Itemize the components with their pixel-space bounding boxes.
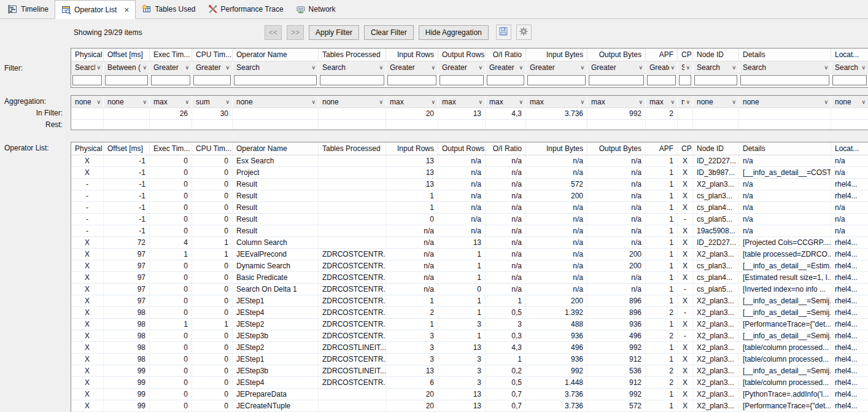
cell: n/a bbox=[486, 225, 526, 237]
filter-operator-select[interactable]: Greater∨ bbox=[192, 61, 233, 74]
filter-input[interactable] bbox=[487, 75, 524, 85]
column-header[interactable]: Physical bbox=[71, 142, 104, 155]
aggregation-select[interactable]: none∨ bbox=[831, 96, 868, 108]
filter-operator-select[interactable]: Search∨ bbox=[739, 61, 831, 74]
filter-operator-select[interactable]: Search∨ bbox=[233, 61, 319, 74]
filter-input-cell bbox=[438, 74, 486, 87]
next-page-button[interactable]: >> bbox=[287, 25, 304, 40]
cell: JEStep2 bbox=[233, 319, 319, 330]
aggregation-select[interactable]: max∨ bbox=[526, 96, 587, 108]
column-header[interactable]: Tables Processed bbox=[319, 142, 386, 155]
filter-column-header[interactable]: Physical bbox=[71, 49, 104, 61]
filter-operator-select[interactable]: Greater∨ bbox=[486, 61, 526, 74]
aggregation-select[interactable]: none∨ bbox=[319, 96, 386, 108]
filter-input[interactable] bbox=[72, 75, 102, 85]
aggregation-select[interactable]: none∨ bbox=[739, 96, 831, 108]
filter-operator-select[interactable]: Greater∨ bbox=[386, 61, 438, 74]
aggregation-select[interactable]: max∨ bbox=[438, 96, 486, 108]
filter-input[interactable] bbox=[234, 75, 317, 85]
column-header[interactable]: APF bbox=[646, 142, 678, 155]
column-header[interactable]: O/I Ratio bbox=[486, 142, 526, 155]
save-button[interactable] bbox=[496, 25, 511, 40]
filter-column-header[interactable]: Locat... bbox=[831, 49, 868, 61]
filter-input[interactable] bbox=[105, 75, 148, 85]
filter-operator-select[interactable]: Search∨ bbox=[71, 61, 104, 74]
column-header[interactable]: CP bbox=[678, 142, 693, 155]
filter-column-header[interactable]: Exec Tim... bbox=[150, 49, 192, 61]
filter-column-header[interactable]: Offset [ms] bbox=[104, 49, 150, 61]
filter-input[interactable] bbox=[832, 75, 867, 85]
filter-column-header[interactable]: O/I Ratio bbox=[486, 49, 526, 61]
column-header[interactable]: Node ID bbox=[693, 142, 739, 155]
filter-input[interactable] bbox=[647, 75, 676, 85]
filter-input[interactable] bbox=[193, 75, 231, 85]
filter-column-header[interactable]: CPU Tim... bbox=[192, 49, 233, 61]
filter-column-header[interactable]: Output Rows bbox=[438, 49, 486, 61]
apply-filter-button[interactable]: Apply Filter bbox=[309, 25, 359, 40]
column-header[interactable]: Output Bytes bbox=[587, 142, 646, 155]
filter-input[interactable] bbox=[679, 75, 691, 85]
filter-column-header[interactable]: Input Rows bbox=[386, 49, 438, 61]
filter-column-header[interactable]: Operator Name bbox=[233, 49, 319, 61]
column-header[interactable]: Input Bytes bbox=[526, 142, 587, 155]
filter-column-header[interactable]: Node ID bbox=[693, 49, 739, 61]
aggregation-select[interactable]: max∨ bbox=[646, 96, 678, 108]
filter-input[interactable] bbox=[589, 75, 644, 85]
aggregation-select[interactable]: max∨ bbox=[386, 96, 438, 108]
cell: 1 bbox=[386, 295, 438, 307]
close-icon[interactable]: × bbox=[124, 6, 129, 14]
previous-page-button[interactable]: << bbox=[265, 25, 282, 40]
filter-operator-select[interactable]: Greater∨ bbox=[438, 61, 486, 74]
aggregation-select[interactable]: none∨ bbox=[678, 96, 693, 108]
aggregation-select[interactable]: max∨ bbox=[486, 96, 526, 108]
filter-input[interactable] bbox=[387, 75, 436, 85]
settings-button[interactable] bbox=[516, 25, 532, 40]
aggregation-select-label: max bbox=[153, 98, 184, 106]
cell: 1 bbox=[646, 354, 678, 365]
tab-operator-list[interactable]: Operator List × bbox=[55, 0, 136, 19]
filter-column-header[interactable]: Details bbox=[739, 49, 831, 61]
column-header[interactable]: Details bbox=[739, 142, 831, 155]
filter-operator-select[interactable]: Greater∨ bbox=[646, 61, 678, 74]
aggregation-select[interactable]: max∨ bbox=[587, 96, 646, 108]
column-header[interactable]: Offset [ms] bbox=[104, 142, 150, 155]
operator-list-table: PhysicalOffset [ms]Exec Tim...CPU Tim...… bbox=[71, 142, 868, 412]
tab-performance-trace[interactable]: Performance Trace bbox=[202, 0, 290, 18]
filter-operator-select[interactable]: Greater∨ bbox=[526, 61, 587, 74]
tab-tables-used[interactable]: Tables Used bbox=[136, 0, 201, 18]
filter-column-header[interactable]: APF bbox=[646, 49, 678, 61]
filter-column-header[interactable]: CP bbox=[678, 49, 693, 61]
tab-network[interactable]: Network bbox=[290, 0, 342, 18]
filter-input[interactable] bbox=[740, 75, 829, 85]
filter-input[interactable] bbox=[320, 75, 384, 85]
filter-operator-select[interactable]: Search∨ bbox=[678, 61, 693, 74]
aggregation-select[interactable]: none∨ bbox=[693, 96, 739, 108]
column-header[interactable]: Output Rows bbox=[438, 142, 486, 155]
aggregation-select[interactable]: none∨ bbox=[233, 96, 319, 108]
column-header[interactable]: Locat... bbox=[831, 142, 868, 155]
clear-filter-button[interactable]: Clear Filter bbox=[364, 25, 414, 40]
filter-operator-select[interactable]: Search∨ bbox=[831, 61, 868, 74]
filter-operator-select[interactable]: Search∨ bbox=[693, 61, 739, 74]
filter-operator-select[interactable]: Search∨ bbox=[319, 61, 386, 74]
aggregation-select[interactable]: none∨ bbox=[71, 96, 104, 108]
aggregation-select[interactable]: none∨ bbox=[104, 96, 150, 108]
column-header[interactable]: CPU Tim... bbox=[192, 142, 233, 155]
filter-operator-select[interactable]: Greater∨ bbox=[150, 61, 192, 74]
filter-input[interactable] bbox=[527, 75, 586, 85]
column-header[interactable]: Operator Name bbox=[233, 142, 319, 155]
filter-column-header[interactable]: Input Bytes bbox=[526, 49, 587, 61]
column-header[interactable]: Exec Tim... bbox=[150, 142, 192, 155]
filter-column-header[interactable]: Output Bytes bbox=[587, 49, 646, 61]
filter-operator-select[interactable]: Between (∨ bbox=[104, 61, 150, 74]
filter-column-header[interactable]: Tables Processed bbox=[319, 49, 386, 61]
aggregation-select[interactable]: sum∨ bbox=[192, 96, 233, 108]
hide-aggregation-button[interactable]: Hide Aggregation bbox=[419, 25, 489, 40]
tab-timeline[interactable]: Timeline bbox=[2, 0, 55, 18]
filter-input[interactable] bbox=[151, 75, 190, 85]
filter-operator-select[interactable]: Greater∨ bbox=[587, 61, 646, 74]
aggregation-select[interactable]: max∨ bbox=[150, 96, 192, 108]
column-header[interactable]: Input Rows bbox=[386, 142, 438, 155]
filter-input[interactable] bbox=[440, 75, 484, 85]
filter-input[interactable] bbox=[694, 75, 737, 85]
